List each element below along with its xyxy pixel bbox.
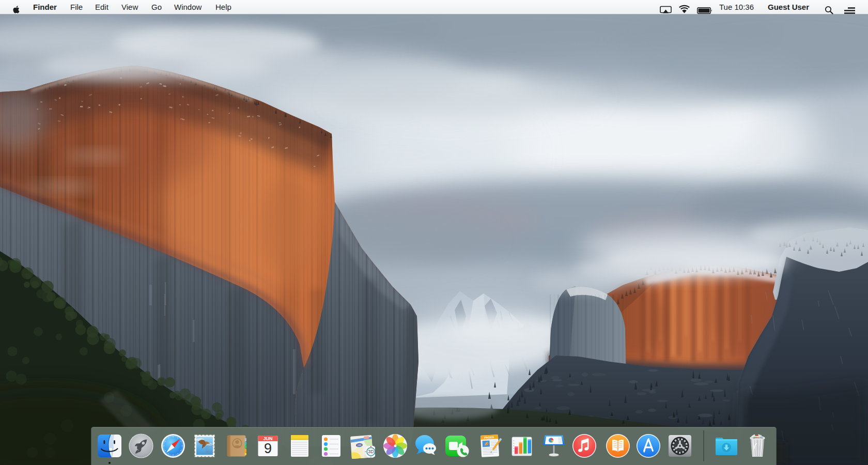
svg-text:9: 9 — [264, 441, 272, 456]
svg-text:3D: 3D — [368, 449, 374, 454]
svg-text:PAGES: PAGES — [484, 436, 494, 439]
svg-text:280: 280 — [357, 444, 362, 447]
svg-text:JUN: JUN — [263, 436, 272, 441]
